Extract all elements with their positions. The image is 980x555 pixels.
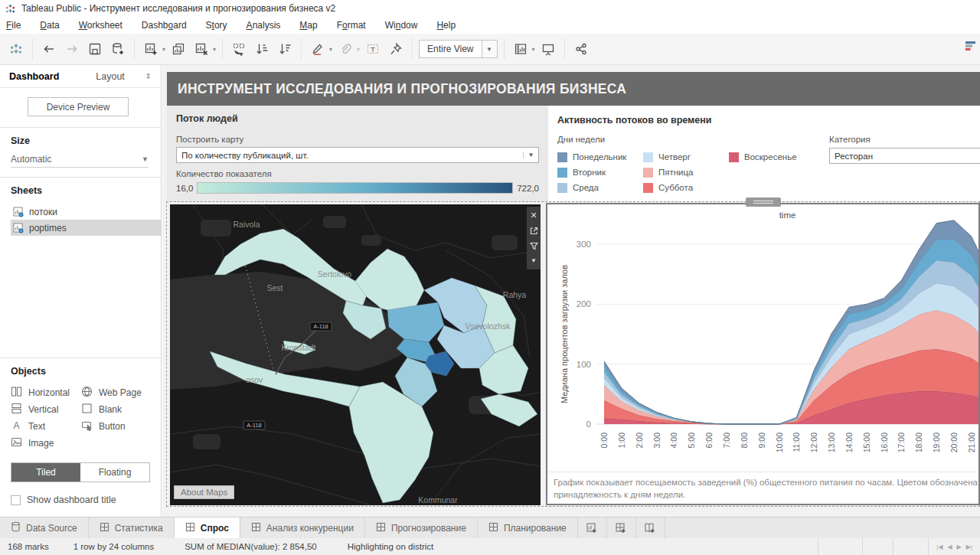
more-options-caret-icon[interactable]: ▼: [531, 256, 537, 266]
menu-item-window[interactable]: Window: [385, 20, 418, 31]
map-view[interactable]: RaivolaSertolovoSestRahyaVsevolozhskKron…: [170, 204, 541, 505]
menu-item-story[interactable]: Story: [206, 20, 227, 31]
presentation-mode-button[interactable]: [538, 39, 558, 59]
size-select[interactable]: Automatic ▼: [11, 154, 149, 168]
duplicate-sheet-button[interactable]: [168, 39, 188, 59]
chart-ylabel: Медиана процентов загрузки залов: [560, 265, 569, 403]
menu-item-format[interactable]: Format: [337, 20, 366, 31]
legend-item[interactable]: Четверг: [643, 149, 729, 165]
use-as-filter-icon[interactable]: [530, 240, 538, 251]
object-vertical[interactable]: Vertical: [11, 401, 81, 418]
new-dashboard-tab-button[interactable]: [607, 517, 636, 538]
sort-ascending-button[interactable]: [252, 39, 272, 59]
show-dashboard-title-checkbox[interactable]: [11, 495, 21, 505]
new-worksheet-button[interactable]: [141, 39, 161, 59]
sort-descending-button[interactable]: [275, 39, 295, 59]
sheet-item-poptimes[interactable]: poptimes: [11, 220, 161, 236]
menu-item-help[interactable]: Help: [436, 20, 456, 31]
flow-panel-title: Поток людей: [176, 113, 539, 124]
tableau-home-icon[interactable]: [6, 39, 26, 59]
button-icon: [81, 420, 93, 433]
go-to-sheet-icon[interactable]: [530, 225, 538, 236]
sheet-tab-анализ-конкуренции[interactable]: Анализ конкуренции: [240, 517, 365, 538]
legend-swatch: [643, 183, 653, 193]
category-select[interactable]: Ресторан: [829, 148, 980, 164]
object-horizontal[interactable]: Horizontal: [11, 384, 81, 401]
sheets-section-label: Sheets: [11, 185, 161, 196]
fit-view-caret[interactable]: ▼: [482, 41, 497, 57]
remove-zone-icon[interactable]: ✕: [530, 210, 537, 220]
map-mode-select[interactable]: По количеству публикаций, шт. ▼: [176, 147, 539, 163]
legend-item[interactable]: Среда: [557, 180, 643, 195]
attach-button[interactable]: [335, 39, 355, 59]
sheet-tab-data-source[interactable]: Data Source: [0, 517, 89, 538]
svg-text:Kronstadt: Kronstadt: [282, 343, 316, 352]
pin-button[interactable]: [386, 39, 406, 59]
legend-item[interactable]: Понедельник: [557, 149, 643, 165]
clear-sheet-caret[interactable]: ▾: [213, 46, 216, 53]
attach-caret[interactable]: ▾: [357, 46, 360, 53]
story-nav-controls[interactable]: |◀◀▶▶|: [928, 538, 980, 555]
clear-sheet-button[interactable]: [191, 39, 211, 59]
show-cards-caret[interactable]: ▾: [532, 46, 535, 53]
svg-text:100: 100: [577, 360, 591, 369]
chart-title: time: [779, 211, 796, 220]
new-worksheet-tab-button[interactable]: [578, 517, 607, 538]
legend-swatch: [557, 183, 567, 193]
tab-layout[interactable]: Layout: [96, 67, 132, 87]
sheet-item-потоки[interactable]: потоки: [11, 204, 161, 220]
undo-button[interactable]: [39, 39, 59, 59]
chart-zone[interactable]: 01002003000:001:002:003:004:005:006:007:…: [546, 203, 980, 505]
object-blank[interactable]: Blank: [81, 401, 152, 418]
sheet-tab-спрос[interactable]: Спрос: [175, 517, 240, 538]
show-cards-button[interactable]: [511, 39, 531, 59]
menu-item-file[interactable]: File: [6, 20, 21, 31]
menu-item-data[interactable]: Data: [40, 20, 59, 31]
tab-dashboard[interactable]: Dashboard: [9, 67, 67, 87]
about-maps-button[interactable]: About Maps: [174, 485, 234, 499]
menu-item-worksheet[interactable]: Worksheet: [79, 20, 122, 31]
left-sidebar: Dashboard Layout ⇕ Device Preview Size A…: [0, 65, 162, 517]
object-text[interactable]: AText: [11, 418, 81, 435]
highlight-button[interactable]: [308, 39, 328, 59]
fit-view-select[interactable]: Entire View ▼: [419, 40, 497, 58]
object-button[interactable]: Button: [81, 418, 152, 435]
sheet-tab-планирование[interactable]: Планирование: [478, 517, 578, 538]
sheet-grid-icon: [185, 522, 195, 534]
menu-item-map[interactable]: Map: [299, 20, 317, 31]
pane-collapse-icon[interactable]: ⇕: [145, 72, 152, 80]
sheet-tab-статистика[interactable]: Статистика: [89, 517, 175, 538]
floating-toggle[interactable]: Floating: [80, 463, 149, 482]
new-worksheet-caret[interactable]: ▾: [162, 46, 165, 53]
map-mode-value: По количеству публикаций, шт.: [177, 151, 523, 160]
legend-swatch: [729, 152, 739, 162]
sheet-tabs-bar: Data SourceСтатистикаСпросАнализ конкуре…: [0, 517, 980, 538]
label-button[interactable]: T: [363, 39, 383, 59]
svg-text:18:00: 18:00: [914, 433, 923, 452]
new-story-tab-button[interactable]: [636, 517, 665, 538]
tiled-toggle[interactable]: Tiled: [11, 463, 80, 482]
sheet-tab-прогнозирование[interactable]: Прогнозирование: [365, 517, 478, 538]
layout-mode-toggle: Tiled Floating: [11, 462, 150, 482]
highlight-caret[interactable]: ▾: [329, 46, 332, 53]
share-button[interactable]: [571, 39, 591, 59]
zone-drag-handle[interactable]: [746, 198, 781, 207]
new-datasource-button[interactable]: [108, 39, 128, 59]
object-web-page[interactable]: Web Page: [81, 384, 152, 401]
redo-button[interactable]: [62, 39, 82, 59]
svg-text:A: A: [13, 420, 19, 431]
device-preview-button[interactable]: Device Preview: [28, 97, 129, 116]
menu-item-dashboard[interactable]: Dashboard: [142, 20, 187, 31]
legend-item[interactable]: Суббота: [643, 180, 729, 195]
swap-rows-columns-button[interactable]: [229, 39, 249, 59]
legend-item[interactable]: Воскресенье: [729, 149, 828, 165]
legend-item[interactable]: Вторник: [557, 165, 643, 180]
show-me-button[interactable]: [965, 40, 977, 52]
legend-item[interactable]: Пятница: [643, 165, 729, 180]
measure-label: Количество показателя: [176, 169, 539, 178]
prev-icon: ◀: [947, 544, 952, 550]
object-image[interactable]: Image: [11, 435, 81, 452]
tableau-logo-icon: [5, 3, 16, 15]
menu-item-analysis[interactable]: Analysis: [247, 20, 281, 31]
save-button[interactable]: [85, 39, 105, 59]
